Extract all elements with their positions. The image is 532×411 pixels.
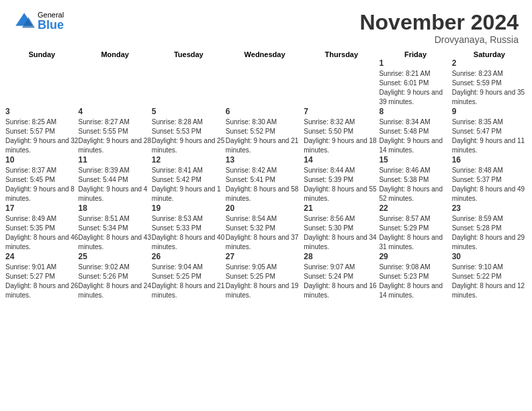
day-number: 18	[79, 203, 152, 213]
day-info: Sunrise: 8:54 AM Sunset: 5:32 PM Dayligh…	[226, 214, 304, 252]
day-cell: 22Sunrise: 8:57 AM Sunset: 5:29 PM Dayli…	[379, 203, 451, 252]
day-info: Sunrise: 8:57 AM Sunset: 5:29 PM Dayligh…	[379, 214, 451, 252]
day-number: 4	[79, 107, 152, 116]
logo: General Blue	[13, 11, 64, 32]
day-info: Sunrise: 8:27 AM Sunset: 5:55 PM Dayligh…	[79, 118, 152, 155]
day-number: 7	[304, 107, 379, 116]
day-number: 3	[5, 107, 79, 116]
day-number: 15	[379, 155, 451, 165]
weekday-header-friday: Friday	[379, 50, 451, 58]
day-cell: 7Sunrise: 8:32 AM Sunset: 5:50 PM Daylig…	[304, 107, 379, 155]
day-cell: 17Sunrise: 8:49 AM Sunset: 5:35 PM Dayli…	[5, 203, 79, 252]
location: Drovyanaya, Russia	[359, 34, 519, 45]
day-cell: 14Sunrise: 8:44 AM Sunset: 5:39 PM Dayli…	[304, 155, 379, 203]
day-info: Sunrise: 9:08 AM Sunset: 5:23 PM Dayligh…	[379, 263, 451, 300]
day-info: Sunrise: 8:35 AM Sunset: 5:47 PM Dayligh…	[452, 118, 527, 155]
day-info: Sunrise: 8:28 AM Sunset: 5:53 PM Dayligh…	[152, 118, 226, 155]
day-number: 27	[226, 252, 304, 261]
day-cell: 26Sunrise: 9:04 AM Sunset: 5:25 PM Dayli…	[152, 252, 226, 300]
day-info: Sunrise: 8:51 AM Sunset: 5:34 PM Dayligh…	[79, 214, 152, 252]
day-cell	[304, 58, 379, 107]
day-info: Sunrise: 8:56 AM Sunset: 5:30 PM Dayligh…	[304, 214, 379, 252]
day-number: 25	[79, 252, 152, 261]
day-info: Sunrise: 9:05 AM Sunset: 5:25 PM Dayligh…	[226, 263, 304, 300]
calendar-table: SundayMondayTuesdayWednesdayThursdayFrid…	[5, 50, 527, 300]
day-cell: 24Sunrise: 9:01 AM Sunset: 5:27 PM Dayli…	[5, 252, 79, 300]
day-cell: 25Sunrise: 9:02 AM Sunset: 5:26 PM Dayli…	[79, 252, 152, 300]
weekday-header-sunday: Sunday	[5, 50, 79, 58]
day-cell: 19Sunrise: 8:53 AM Sunset: 5:33 PM Dayli…	[152, 203, 226, 252]
day-info: Sunrise: 8:49 AM Sunset: 5:35 PM Dayligh…	[5, 214, 79, 252]
day-cell	[152, 58, 226, 107]
day-number: 23	[452, 203, 527, 213]
week-row-3: 10Sunrise: 8:37 AM Sunset: 5:45 PM Dayli…	[5, 155, 527, 203]
day-cell: 16Sunrise: 8:48 AM Sunset: 5:37 PM Dayli…	[452, 155, 527, 203]
day-cell: 23Sunrise: 8:59 AM Sunset: 5:28 PM Dayli…	[452, 203, 527, 252]
day-cell: 28Sunrise: 9:07 AM Sunset: 5:24 PM Dayli…	[304, 252, 379, 300]
day-cell: 9Sunrise: 8:35 AM Sunset: 5:47 PM Daylig…	[452, 107, 527, 155]
title-block: November 2024 Drovyanaya, Russia	[359, 11, 519, 45]
day-info: Sunrise: 8:23 AM Sunset: 5:59 PM Dayligh…	[452, 69, 527, 107]
weekday-header-saturday: Saturday	[452, 50, 527, 58]
day-info: Sunrise: 8:48 AM Sunset: 5:37 PM Dayligh…	[452, 166, 527, 203]
day-info: Sunrise: 9:10 AM Sunset: 5:22 PM Dayligh…	[452, 263, 527, 300]
day-cell: 29Sunrise: 9:08 AM Sunset: 5:23 PM Dayli…	[379, 252, 451, 300]
day-number: 20	[226, 203, 304, 213]
day-info: Sunrise: 8:41 AM Sunset: 5:42 PM Dayligh…	[152, 166, 226, 203]
logo-text: General Blue	[38, 11, 64, 32]
week-row-4: 17Sunrise: 8:49 AM Sunset: 5:35 PM Dayli…	[5, 203, 527, 252]
day-number: 29	[379, 252, 451, 261]
day-cell: 5Sunrise: 8:28 AM Sunset: 5:53 PM Daylig…	[152, 107, 226, 155]
logo-icon	[13, 11, 35, 32]
calendar-header: SundayMondayTuesdayWednesdayThursdayFrid…	[5, 50, 527, 58]
day-number: 10	[5, 155, 79, 165]
weekday-header-row: SundayMondayTuesdayWednesdayThursdayFrid…	[5, 50, 527, 58]
day-number: 2	[452, 58, 527, 68]
day-number: 9	[452, 107, 527, 116]
day-info: Sunrise: 8:32 AM Sunset: 5:50 PM Dayligh…	[304, 118, 379, 155]
day-cell: 10Sunrise: 8:37 AM Sunset: 5:45 PM Dayli…	[5, 155, 79, 203]
day-number: 11	[79, 155, 152, 165]
weekday-header-wednesday: Wednesday	[226, 50, 304, 58]
day-info: Sunrise: 9:02 AM Sunset: 5:26 PM Dayligh…	[79, 263, 152, 300]
day-number: 6	[226, 107, 304, 116]
weekday-header-tuesday: Tuesday	[152, 50, 226, 58]
calendar-wrapper: SundayMondayTuesdayWednesdayThursdayFrid…	[0, 50, 532, 306]
day-number: 17	[5, 203, 79, 213]
day-info: Sunrise: 8:25 AM Sunset: 5:57 PM Dayligh…	[5, 118, 79, 155]
day-cell: 18Sunrise: 8:51 AM Sunset: 5:34 PM Dayli…	[79, 203, 152, 252]
day-cell: 13Sunrise: 8:42 AM Sunset: 5:41 PM Dayli…	[226, 155, 304, 203]
day-number: 26	[152, 252, 226, 261]
day-cell: 30Sunrise: 9:10 AM Sunset: 5:22 PM Dayli…	[452, 252, 527, 300]
day-info: Sunrise: 8:53 AM Sunset: 5:33 PM Dayligh…	[152, 214, 226, 252]
day-number: 16	[452, 155, 527, 165]
day-info: Sunrise: 9:01 AM Sunset: 5:27 PM Dayligh…	[5, 263, 79, 300]
month-title: November 2024	[359, 11, 519, 34]
day-number: 13	[226, 155, 304, 165]
day-cell: 21Sunrise: 8:56 AM Sunset: 5:30 PM Dayli…	[304, 203, 379, 252]
weekday-header-thursday: Thursday	[304, 50, 379, 58]
day-cell: 27Sunrise: 9:05 AM Sunset: 5:25 PM Dayli…	[226, 252, 304, 300]
week-row-1: 1Sunrise: 8:21 AM Sunset: 6:01 PM Daylig…	[5, 58, 527, 107]
day-info: Sunrise: 8:39 AM Sunset: 5:44 PM Dayligh…	[79, 166, 152, 203]
day-number: 8	[379, 107, 451, 116]
day-cell	[226, 58, 304, 107]
day-info: Sunrise: 8:44 AM Sunset: 5:39 PM Dayligh…	[304, 166, 379, 203]
day-cell: 6Sunrise: 8:30 AM Sunset: 5:52 PM Daylig…	[226, 107, 304, 155]
logo-blue: Blue	[38, 19, 64, 32]
page-header: General Blue November 2024 Drovyanaya, R…	[0, 0, 532, 50]
day-info: Sunrise: 8:34 AM Sunset: 5:48 PM Dayligh…	[379, 118, 451, 155]
day-cell: 12Sunrise: 8:41 AM Sunset: 5:42 PM Dayli…	[152, 155, 226, 203]
weekday-header-monday: Monday	[79, 50, 152, 58]
day-cell: 2Sunrise: 8:23 AM Sunset: 5:59 PM Daylig…	[452, 58, 527, 107]
day-info: Sunrise: 8:30 AM Sunset: 5:52 PM Dayligh…	[226, 118, 304, 155]
day-cell: 4Sunrise: 8:27 AM Sunset: 5:55 PM Daylig…	[79, 107, 152, 155]
day-info: Sunrise: 9:07 AM Sunset: 5:24 PM Dayligh…	[304, 263, 379, 300]
day-number: 22	[379, 203, 451, 213]
day-cell	[79, 58, 152, 107]
day-cell: 8Sunrise: 8:34 AM Sunset: 5:48 PM Daylig…	[379, 107, 451, 155]
day-info: Sunrise: 8:21 AM Sunset: 6:01 PM Dayligh…	[379, 69, 451, 107]
week-row-2: 3Sunrise: 8:25 AM Sunset: 5:57 PM Daylig…	[5, 107, 527, 155]
day-cell: 1Sunrise: 8:21 AM Sunset: 6:01 PM Daylig…	[379, 58, 451, 107]
day-info: Sunrise: 8:42 AM Sunset: 5:41 PM Dayligh…	[226, 166, 304, 203]
